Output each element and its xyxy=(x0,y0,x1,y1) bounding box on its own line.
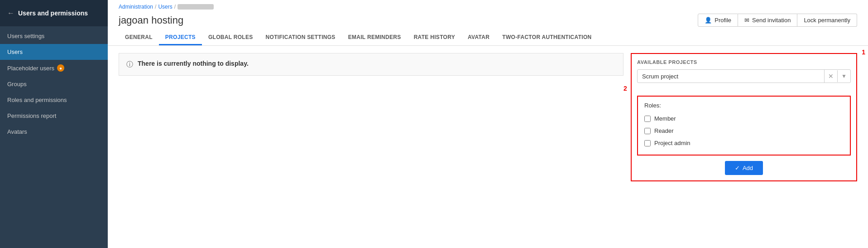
sidebar: ← Users and permissions Users settings U… xyxy=(0,0,108,248)
marker-2: 2 xyxy=(623,85,837,92)
select-dropdown-arrow[interactable]: ▼ xyxy=(837,70,850,82)
tab-email-reminders[interactable]: EMAIL REMINDERS xyxy=(342,30,408,45)
checkmark-icon: ✓ xyxy=(735,165,740,171)
page-header: jagoan hosting 👤 Profile ✉ Send invitati… xyxy=(108,12,868,30)
send-invitation-button[interactable]: ✉ Send invitation xyxy=(738,14,797,27)
page-title: jagoan hosting xyxy=(119,15,183,26)
envelope-icon: ✉ xyxy=(744,17,749,24)
tab-notification-settings[interactable]: NOTIFICATION SETTINGS xyxy=(259,30,342,45)
project-select[interactable]: Scrum project ✕ ▼ xyxy=(637,69,851,83)
profile-button[interactable]: 👤 Profile xyxy=(698,14,738,27)
role-reader-label: Reader xyxy=(654,127,674,134)
sidebar-item-users[interactable]: Users xyxy=(0,44,108,60)
sidebar-item-avatars[interactable]: Avatars xyxy=(0,124,108,140)
role-project-admin-label: Project admin xyxy=(654,140,690,146)
sidebar-nav: Users settings Users Placeholder users ●… xyxy=(0,26,108,140)
lock-permanently-button[interactable]: Lock permanently xyxy=(797,14,857,27)
roles-box: Roles: Member Reader Project admin xyxy=(637,96,851,156)
sidebar-item-users-settings[interactable]: Users settings xyxy=(0,28,108,44)
tab-rate-history[interactable]: RATE HISTORY xyxy=(408,30,461,45)
breadcrumb-admin-link[interactable]: Administration xyxy=(119,4,153,10)
content-area: ⓘ There is currently nothing to display.… xyxy=(108,46,868,248)
sidebar-item-groups[interactable]: Groups xyxy=(0,76,108,92)
info-icon: ⓘ xyxy=(126,60,133,69)
marker-1: 1 xyxy=(862,49,865,56)
breadcrumb: Administration / Users / xyxy=(108,0,868,12)
project-select-value: Scrum project xyxy=(638,70,824,83)
back-icon[interactable]: ← xyxy=(7,9,14,17)
tab-two-factor[interactable]: TWO-FACTOR AUTHENTICATION xyxy=(496,30,598,45)
tab-general[interactable]: GENERAL xyxy=(119,30,159,45)
add-button[interactable]: ✓ Add xyxy=(725,161,763,175)
role-reader-checkbox[interactable] xyxy=(644,128,651,134)
add-btn-row: ✓ Add xyxy=(637,156,851,175)
tab-avatar[interactable]: AVATAR xyxy=(461,30,496,45)
profile-icon: 👤 xyxy=(705,17,712,24)
sidebar-item-permissions-report[interactable]: Permissions report xyxy=(0,108,108,124)
header-actions: 👤 Profile ✉ Send invitation Lock permane… xyxy=(698,14,857,27)
role-member-label: Member xyxy=(654,115,676,122)
available-projects-box: AVAILABLE PROJECTS Scrum project ✕ ▼ 2 R… xyxy=(631,53,857,181)
breadcrumb-users-link[interactable]: Users xyxy=(158,4,172,10)
role-item-member: Member xyxy=(644,112,844,125)
main-content: Administration / Users / jagoan hosting … xyxy=(108,0,868,248)
tabs: GENERAL PROJECTS GLOBAL ROLES NOTIFICATI… xyxy=(108,30,868,46)
role-project-admin-checkbox[interactable] xyxy=(644,140,651,146)
sidebar-title: ← Users and permissions xyxy=(0,0,108,26)
placeholder-users-badge: ● xyxy=(57,64,64,72)
empty-state: ⓘ There is currently nothing to display. xyxy=(119,53,623,76)
roles-title: Roles: xyxy=(644,102,844,109)
role-member-checkbox[interactable] xyxy=(644,116,651,122)
sidebar-item-placeholder-users[interactable]: Placeholder users ● xyxy=(0,60,108,76)
breadcrumb-user-name xyxy=(177,4,214,10)
tab-projects[interactable]: PROJECTS xyxy=(159,30,202,45)
sidebar-item-roles-and-permissions[interactable]: Roles and permissions xyxy=(0,92,108,108)
right-panel: 1 AVAILABLE PROJECTS Scrum project ✕ ▼ 2… xyxy=(631,53,857,241)
tab-global-roles[interactable]: GLOBAL ROLES xyxy=(202,30,259,45)
role-item-project-admin: Project admin xyxy=(644,137,844,149)
empty-state-message: There is currently nothing to display. xyxy=(138,60,249,67)
available-projects-title: AVAILABLE PROJECTS xyxy=(637,59,851,65)
select-clear-button[interactable]: ✕ xyxy=(825,70,837,83)
select-controls: ✕ ▼ xyxy=(824,70,850,83)
role-item-reader: Reader xyxy=(644,125,844,137)
